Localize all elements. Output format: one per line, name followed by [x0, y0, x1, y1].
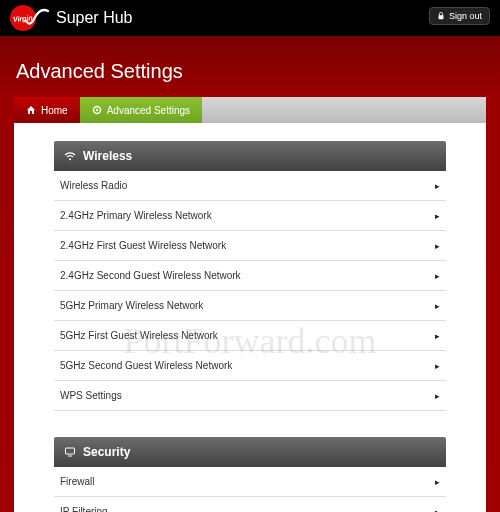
security-row[interactable]: Firewall▸	[54, 467, 446, 497]
wireless-row[interactable]: Wireless Radio▸	[54, 171, 446, 201]
chevron-right-icon: ▸	[435, 211, 440, 221]
row-label: 2.4GHz Second Guest Wireless Network	[60, 270, 241, 281]
section-wireless: Wireless Wireless Radio▸ 2.4GHz Primary …	[54, 141, 446, 411]
section-wireless-header: Wireless	[54, 141, 446, 171]
section-security: Security Firewall▸ IP Filtering▸ MAC Fil…	[54, 437, 446, 512]
chevron-right-icon: ▸	[435, 391, 440, 401]
section-wireless-title: Wireless	[83, 149, 132, 163]
chevron-right-icon: ▸	[435, 361, 440, 371]
chevron-right-icon: ▸	[435, 477, 440, 487]
tab-home[interactable]: Home	[14, 97, 80, 123]
svg-point-2	[95, 109, 97, 111]
sign-out-button[interactable]: Sign out	[429, 7, 490, 25]
tab-advanced-label: Advanced Settings	[107, 105, 190, 116]
home-icon	[26, 105, 36, 115]
row-label: WPS Settings	[60, 390, 122, 401]
row-label: 2.4GHz First Guest Wireless Network	[60, 240, 226, 251]
wireless-row[interactable]: 2.4GHz Second Guest Wireless Network▸	[54, 261, 446, 291]
section-security-title: Security	[83, 445, 130, 459]
svg-point-3	[69, 158, 71, 160]
sign-out-label: Sign out	[449, 11, 482, 21]
chevron-right-icon: ▸	[435, 331, 440, 341]
row-label: 2.4GHz Primary Wireless Network	[60, 210, 212, 221]
lock-icon	[437, 12, 445, 20]
svg-rect-4	[66, 448, 75, 454]
tab-advanced-settings[interactable]: Advanced Settings	[80, 97, 202, 123]
logo: Virgin	[10, 5, 50, 31]
logo-swoosh-icon	[24, 7, 50, 29]
chevron-right-icon: ▸	[435, 507, 440, 513]
tab-bar: Home Advanced Settings	[14, 97, 486, 123]
brand-title: Super Hub	[56, 9, 133, 27]
svg-rect-0	[439, 15, 444, 19]
row-label: 5GHz Second Guest Wireless Network	[60, 360, 232, 371]
wireless-row[interactable]: 5GHz Second Guest Wireless Network▸	[54, 351, 446, 381]
top-bar: Virgin Super Hub Sign out	[0, 0, 500, 36]
content-shell: Advanced Settings Home Advanced Settings…	[0, 36, 500, 512]
chevron-right-icon: ▸	[435, 241, 440, 251]
main-panel: Wireless Wireless Radio▸ 2.4GHz Primary …	[14, 123, 486, 512]
row-label: 5GHz Primary Wireless Network	[60, 300, 203, 311]
wifi-icon	[64, 150, 76, 162]
row-label: 5GHz First Guest Wireless Network	[60, 330, 218, 341]
page-title: Advanced Settings	[16, 60, 486, 83]
wireless-row[interactable]: 5GHz Primary Wireless Network▸	[54, 291, 446, 321]
wireless-row[interactable]: 2.4GHz First Guest Wireless Network▸	[54, 231, 446, 261]
chevron-right-icon: ▸	[435, 301, 440, 311]
chevron-right-icon: ▸	[435, 271, 440, 281]
wireless-row[interactable]: 2.4GHz Primary Wireless Network▸	[54, 201, 446, 231]
wireless-row[interactable]: 5GHz First Guest Wireless Network▸	[54, 321, 446, 351]
section-security-header: Security	[54, 437, 446, 467]
row-label: Wireless Radio	[60, 180, 127, 191]
row-label: IP Filtering	[60, 506, 108, 512]
row-label: Firewall	[60, 476, 94, 487]
security-row[interactable]: IP Filtering▸	[54, 497, 446, 512]
gear-icon	[92, 105, 102, 115]
wireless-row[interactable]: WPS Settings▸	[54, 381, 446, 411]
monitor-icon	[64, 446, 76, 458]
chevron-right-icon: ▸	[435, 181, 440, 191]
tab-home-label: Home	[41, 105, 68, 116]
